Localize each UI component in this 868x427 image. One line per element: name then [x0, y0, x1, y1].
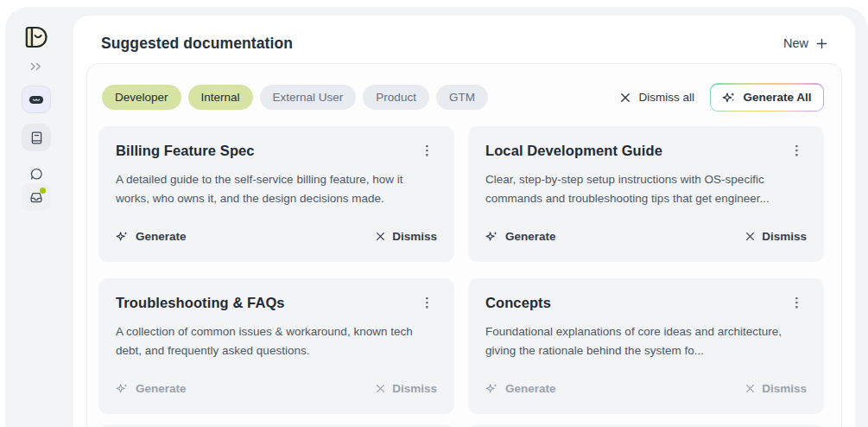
card-title: Concepts — [485, 295, 551, 311]
suggestion-card: Local Development Guide ⋮ Clear, step-by… — [468, 126, 824, 262]
sparkle-icon — [485, 382, 498, 395]
plus-icon — [816, 38, 827, 49]
dismiss-button[interactable]: Dismiss — [745, 382, 807, 395]
card-title: Troubleshooting & FAQs — [116, 295, 285, 311]
generate-all-button[interactable]: Generate All — [710, 83, 824, 112]
generate-button[interactable]: Generate — [116, 382, 187, 395]
sparkle-icon — [485, 230, 498, 243]
filter-chip-product[interactable]: Product — [363, 85, 429, 110]
page-title: Suggested documentation — [101, 35, 293, 53]
main-panel: Suggested documentation New Developer In… — [73, 16, 855, 427]
mask-icon — [29, 95, 44, 105]
filter-chip-internal[interactable]: Internal — [188, 85, 253, 110]
close-icon — [620, 92, 630, 103]
card-description: Clear, step-by-step setup instructions w… — [485, 170, 807, 208]
sidebar-item-inbox[interactable] — [22, 183, 51, 211]
dismiss-label: Dismiss — [762, 230, 807, 243]
generate-button[interactable]: Generate — [485, 230, 556, 243]
close-icon — [745, 232, 755, 241]
chat-bubble-icon — [29, 167, 44, 182]
new-button[interactable]: New — [783, 36, 827, 50]
generate-all-label: Generate All — [743, 91, 811, 104]
expand-sidebar-icon[interactable] — [29, 61, 43, 73]
card-description: A collection of common issues & workarou… — [116, 322, 437, 360]
suggestion-card: Billing Feature Spec ⋮ A detailed guide … — [98, 126, 454, 262]
generate-label: Generate — [136, 382, 187, 395]
close-icon — [376, 384, 385, 393]
generate-label: Generate — [505, 382, 556, 395]
generate-label: Generate — [505, 230, 556, 243]
generate-button[interactable]: Generate — [116, 230, 187, 243]
filter-bar: Developer Internal External User Product… — [98, 83, 824, 112]
close-icon — [376, 232, 385, 241]
generate-button[interactable]: Generate — [485, 382, 556, 395]
sparkle-icon — [116, 230, 129, 243]
inbox-notification-dot — [40, 188, 46, 194]
dismiss-label: Dismiss — [762, 382, 807, 395]
filter-chip-gtm[interactable]: GTM — [436, 85, 488, 110]
close-icon — [745, 384, 755, 393]
sidebar — [5, 7, 73, 427]
card-title: Local Development Guide — [485, 143, 662, 159]
kebab-menu-icon[interactable]: ⋮ — [417, 295, 437, 310]
new-button-label: New — [783, 36, 808, 50]
suggestion-card: Concepts ⋮ Foundational explanations of … — [468, 278, 824, 414]
suggestion-card: Troubleshooting & FAQs ⋮ A collection of… — [98, 278, 454, 414]
kebab-menu-icon[interactable]: ⋮ — [787, 295, 807, 310]
sidebar-item-agent[interactable] — [22, 86, 51, 113]
main-header: Suggested documentation New — [73, 16, 855, 54]
dismiss-button[interactable]: Dismiss — [376, 230, 437, 243]
card-description: A detailed guide to the self-service bil… — [116, 170, 437, 208]
sparkle-icon — [116, 382, 129, 395]
suggestion-cards: Billing Feature Spec ⋮ A detailed guide … — [98, 126, 824, 414]
dismiss-all-label: Dismiss all — [638, 91, 694, 104]
sparkle-icon — [722, 91, 736, 105]
dismiss-label: Dismiss — [392, 230, 437, 243]
kebab-menu-icon[interactable]: ⋮ — [787, 143, 807, 158]
book-icon — [29, 131, 44, 145]
card-description: Foundational explanations of core ideas … — [485, 322, 807, 360]
dismiss-button[interactable]: Dismiss — [376, 382, 437, 395]
sidebar-item-library[interactable] — [22, 124, 51, 151]
app-logo-icon[interactable] — [22, 24, 50, 50]
kebab-menu-icon[interactable]: ⋮ — [417, 143, 437, 158]
generate-label: Generate — [136, 230, 187, 243]
filter-chip-developer[interactable]: Developer — [102, 85, 181, 110]
dismiss-label: Dismiss — [392, 382, 437, 395]
card-title: Billing Feature Spec — [116, 143, 255, 159]
suggestions-section: Developer Internal External User Product… — [86, 63, 842, 427]
dismiss-all-button[interactable]: Dismiss all — [620, 91, 694, 104]
filter-chip-external-user[interactable]: External User — [260, 85, 357, 110]
dismiss-button[interactable]: Dismiss — [745, 230, 807, 243]
